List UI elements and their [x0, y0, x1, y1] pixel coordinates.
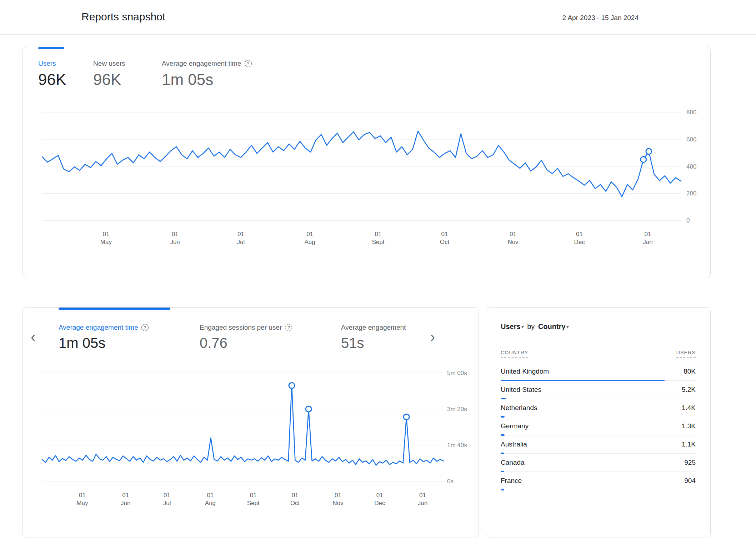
metric-label: Engaged sessions per user [200, 323, 282, 332]
users-line-chart[interactable]: 800600400200001May01Jun01Jul01Aug01Sept0… [23, 104, 711, 272]
svg-text:May: May [76, 500, 88, 506]
metric-value: 1m 05s [59, 334, 149, 351]
table-row: United States 5.2K [501, 381, 696, 399]
svg-text:01: 01 [102, 231, 109, 238]
metric-value: 96K [38, 70, 66, 89]
selected-tab-indicator [38, 47, 64, 49]
table-header-row: COUNTRY USERS [501, 350, 696, 363]
metric-tab-avg-engagement-time[interactable]: Average engagement time ? 1m 05s [59, 323, 149, 351]
svg-text:200: 200 [686, 190, 696, 197]
svg-text:01: 01 [576, 231, 583, 238]
chevron-down-icon: ▾ [522, 324, 524, 329]
svg-text:01: 01 [645, 231, 651, 238]
metric-label: Average engagement time [162, 59, 241, 68]
table-row: Australia 1.1K [501, 435, 696, 454]
metric-tab-new-users[interactable]: New users 96K [93, 59, 125, 89]
country-users-value: 1.3K [682, 422, 696, 430]
svg-text:01: 01 [164, 492, 170, 499]
svg-text:01: 01 [375, 231, 382, 238]
svg-text:3m 20s: 3m 20s [447, 406, 467, 413]
country-users-value: 1.4K [682, 404, 696, 412]
country-name: Australia [501, 440, 527, 448]
table-body: United Kingdom 80K United States 5.2K Ne… [501, 363, 696, 490]
svg-text:400: 400 [686, 163, 696, 170]
country-name: France [501, 477, 522, 485]
country-bar [501, 489, 504, 490]
svg-text:01: 01 [441, 231, 448, 238]
metric-tab-avg-engagement-time[interactable]: Average engagement time ? 1m 05s [162, 59, 252, 89]
users-dimension-dropdown[interactable]: Users▾ [501, 323, 524, 330]
country-table: COUNTRY USERS United Kingdom 80K United … [501, 350, 696, 490]
metric-value: 96K [93, 70, 125, 89]
svg-text:1m 40s: 1m 40s [447, 442, 467, 449]
country-users-value: 1.1K [682, 440, 696, 448]
page-title: Reports snapshot [81, 11, 165, 23]
help-icon[interactable]: ? [285, 324, 292, 331]
svg-text:Aug: Aug [205, 500, 216, 506]
svg-text:01: 01 [172, 231, 179, 238]
table-row: Netherlands 1.4K [501, 399, 696, 417]
report-dimension-header: Users▾ by Country▾ [501, 323, 569, 331]
country-users-value: 80K [684, 368, 696, 375]
metric-value: 51s [341, 334, 406, 351]
svg-text:Nov: Nov [332, 500, 344, 506]
svg-text:01: 01 [122, 492, 129, 499]
country-name: Germany [501, 422, 529, 430]
metric-tab-users[interactable]: Users 96K [38, 59, 66, 89]
metric-value: 1m 05s [162, 70, 252, 89]
svg-text:0s: 0s [447, 478, 454, 485]
reports-snapshot-page: Reports snapshot 2 Apr 2023 - 15 Jan 202… [0, 0, 756, 539]
svg-text:01: 01 [419, 492, 426, 499]
country-name: United States [501, 386, 541, 394]
svg-text:600: 600 [686, 136, 696, 143]
metric-tab-engaged-sessions-per-user[interactable]: Engaged sessions per user ? 0.76 [200, 323, 292, 351]
svg-text:01: 01 [292, 492, 299, 499]
svg-text:Nov: Nov [507, 239, 519, 245]
country-name: Canada [501, 459, 525, 466]
svg-text:Sept: Sept [372, 239, 385, 245]
svg-text:0: 0 [686, 217, 690, 224]
metric-label: Average engagement time [59, 323, 138, 332]
dimension-connector: by [527, 323, 535, 330]
chevron-left-icon[interactable]: ‹ [31, 328, 35, 345]
table-row: Germany 1.3K [501, 417, 696, 435]
metric-tab-average-engagement[interactable]: Average engagement 51s [341, 323, 406, 351]
svg-text:01: 01 [335, 492, 341, 499]
country-dimension-dropdown[interactable]: Country▾ [538, 323, 569, 330]
metric-label: Average engagement [341, 323, 406, 332]
metric-label: New users [93, 59, 125, 68]
svg-text:Dec: Dec [374, 500, 385, 506]
column-header-users[interactable]: USERS [676, 350, 696, 358]
page-header: Reports snapshot 2 Apr 2023 - 15 Jan 202… [0, 0, 756, 35]
engagement-line-chart[interactable]: 5m 00s3m 20s1m 40s0s01May01Jun01Jul01Aug… [23, 358, 479, 538]
svg-text:Jan: Jan [418, 500, 427, 506]
chevron-down-icon: ▾ [567, 324, 569, 329]
country-users-value: 5.2K [682, 386, 696, 394]
svg-text:Jan: Jan [643, 239, 652, 245]
date-range-selector[interactable]: 2 Apr 2023 - 15 Jan 2024 [562, 14, 639, 22]
metric-label: Users [38, 59, 66, 68]
users-overview-card: Users 96K New users 96K Average engageme… [22, 47, 711, 278]
help-icon[interactable]: ? [245, 60, 252, 67]
svg-text:800: 800 [686, 109, 696, 116]
svg-text:Sept: Sept [247, 500, 260, 506]
svg-text:01: 01 [237, 231, 244, 238]
engagement-card: ‹ › Average engagement time ? 1m 05s Eng… [22, 307, 479, 538]
svg-text:Dec: Dec [574, 239, 585, 245]
country-name: United Kingdom [501, 368, 549, 375]
svg-text:Aug: Aug [304, 239, 315, 245]
help-icon[interactable]: ? [141, 324, 149, 331]
users-by-country-card: Users▾ by Country▾ COUNTRY USERS United … [487, 307, 711, 538]
column-header-country[interactable]: COUNTRY [501, 350, 528, 358]
svg-text:5m 00s: 5m 00s [447, 370, 467, 376]
svg-text:01: 01 [306, 231, 313, 238]
table-row: United Kingdom 80K [501, 363, 696, 381]
table-row: France 904 [501, 472, 696, 490]
table-row: Canada 925 [501, 454, 696, 472]
svg-text:Jun: Jun [121, 500, 130, 506]
svg-text:01: 01 [207, 492, 214, 499]
svg-text:Oct: Oct [440, 239, 450, 245]
metric-value: 0.76 [200, 334, 292, 351]
country-users-value: 904 [684, 477, 696, 485]
chevron-right-icon[interactable]: › [430, 328, 435, 345]
